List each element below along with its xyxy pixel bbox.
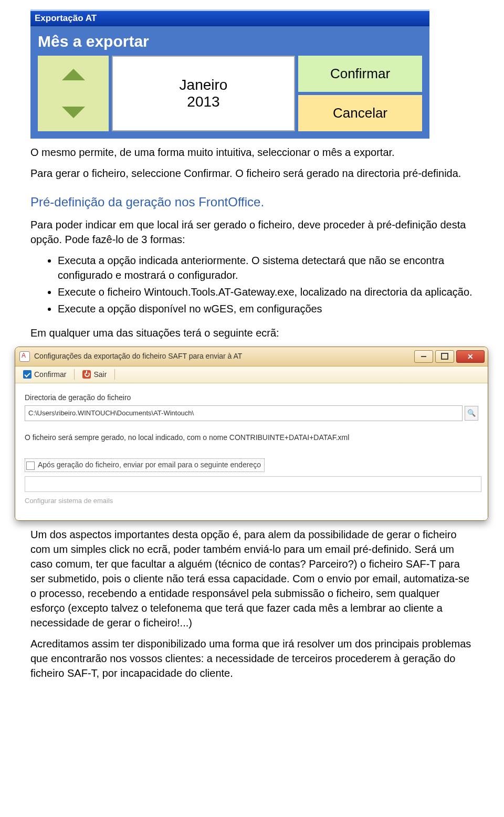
toolbar-separator (114, 369, 115, 380)
month-up-button[interactable] (38, 56, 109, 93)
body-text: Um dos aspectos importantes desta opção … (30, 527, 474, 630)
month-down-button[interactable] (38, 93, 109, 131)
search-icon: 🔍 (467, 409, 476, 418)
configure-email-link[interactable]: Configurar sistema de emails (25, 496, 478, 506)
export-dialog: Exportação AT Mês a exportar Janeiro 201… (30, 9, 429, 139)
year-label: 2013 (187, 93, 219, 110)
body-text: O mesmo permite, de uma forma muito intu… (30, 145, 474, 160)
window-title: Configurações da exportação do ficheiro … (34, 351, 412, 362)
toolbar: Confirmar Sair (15, 366, 488, 384)
bullet-list: Executa a opção indicada anteriormente. … (30, 253, 474, 316)
config-window: Configurações da exportação do ficheiro … (15, 347, 488, 521)
month-display: Janeiro 2013 (112, 56, 295, 131)
maximize-button[interactable] (435, 350, 454, 363)
chevron-down-icon (62, 107, 85, 118)
power-icon (82, 370, 91, 379)
cancel-button[interactable]: Cancelar (298, 95, 422, 131)
toolbar-confirm-label: Confirmar (34, 370, 66, 380)
month-label: Janeiro (180, 77, 228, 93)
close-button[interactable]: ✕ (456, 350, 485, 363)
section-heading: Pré-definição da geração nos FrontOffice… (30, 193, 474, 211)
body-text: Para poder indicar em que local irá ser … (30, 217, 474, 247)
checkbox-icon (26, 462, 35, 470)
dialog-heading: Mês a exportar (38, 33, 422, 50)
toolbar-exit-button[interactable]: Sair (78, 368, 111, 382)
list-item: Executa a opção indicada anteriormente. … (58, 253, 474, 282)
chevron-up-icon (62, 69, 85, 80)
browse-button[interactable]: 🔍 (465, 406, 478, 421)
check-icon (23, 370, 32, 379)
app-icon (19, 351, 30, 362)
email-checkbox-label: Após geração do ficheiro, enviar por ema… (38, 460, 261, 469)
list-item: Execute a opção disponível no wGES, em c… (58, 301, 474, 316)
directory-label: Directoria de geração do ficheiro (25, 393, 478, 403)
body-text: Acreditamos assim ter disponibilizado um… (30, 636, 474, 680)
email-input[interactable] (25, 476, 481, 492)
minimize-button[interactable] (414, 350, 433, 363)
maximize-icon (441, 353, 448, 360)
directory-input[interactable] (25, 405, 463, 421)
body-text: Em qualquer uma das situações terá o seg… (30, 326, 474, 340)
list-item: Execute o ficheiro Wintouch.Tools.AT-Gat… (58, 285, 474, 299)
confirm-button[interactable]: Confirmar (298, 56, 422, 92)
email-checkbox-row[interactable]: Após geração do ficheiro, enviar por ema… (25, 458, 265, 472)
month-stepper (38, 56, 109, 131)
close-icon: ✕ (467, 352, 474, 361)
toolbar-exit-label: Sair (93, 370, 107, 380)
dialog-title: Exportação AT (30, 11, 429, 26)
minimize-icon (421, 356, 426, 357)
filename-note: O ficheiro será sempre gerado, no local … (25, 433, 478, 443)
toolbar-confirm-button[interactable]: Confirmar (18, 368, 71, 382)
toolbar-separator (74, 369, 75, 380)
window-titlebar: Configurações da exportação do ficheiro … (15, 347, 488, 366)
body-text: Para gerar o ficheiro, seleccione Confir… (30, 166, 474, 181)
